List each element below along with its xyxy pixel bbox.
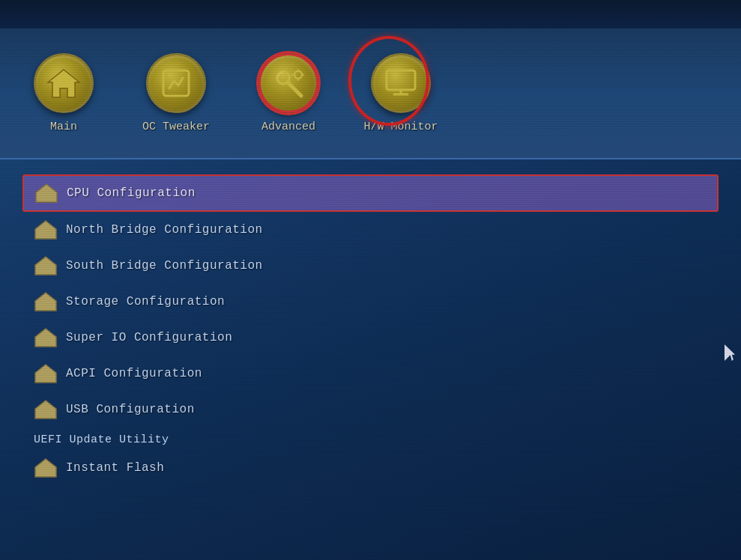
svg-marker-16: [35, 329, 56, 347]
arrow-icon-storage: [34, 292, 57, 311]
menu-item-storage[interactable]: Storage Configuration: [22, 284, 719, 320]
svg-marker-14: [35, 257, 56, 275]
menu-label-acpi: ACPI Configuration: [66, 367, 202, 380]
menu-item-acpi[interactable]: ACPI Configuration: [22, 356, 719, 392]
menu-list: CPU Configuration North Bridge Configura…: [22, 174, 719, 486]
menu-item-instant-flash[interactable]: Instant Flash: [22, 450, 719, 486]
menu-label-super-io: Super IO Configuration: [66, 331, 232, 344]
arrow-icon-cpu-config: [35, 183, 58, 203]
nav-tab-label-oc-tweaker: OC Tweaker: [142, 121, 210, 133]
svg-marker-17: [35, 365, 56, 383]
content-area: CPU Configuration North Bridge Configura…: [0, 159, 741, 560]
nav-tab-oc-tweaker[interactable]: OC Tweaker: [135, 53, 217, 133]
arrow-icon-super-io: [34, 328, 57, 347]
header-bar: [0, 0, 741, 28]
nav-tab-label-main: Main: [50, 121, 77, 133]
nav-tabs-area: Main OC Tweaker Advanced H/W Monitor: [0, 28, 741, 159]
nav-tab-label-hw-monitor: H/W Monitor: [363, 121, 438, 133]
nav-tab-icon-oc-tweaker: [146, 53, 206, 113]
menu-label-south-bridge: South Bridge Configuration: [66, 259, 263, 273]
svg-rect-9: [387, 70, 415, 90]
svg-line-3: [288, 82, 301, 96]
menu-label-instant-flash: Instant Flash: [66, 461, 164, 475]
menu-item-cpu-config[interactable]: CPU Configuration: [22, 174, 719, 212]
nav-tab-icon-advanced: [258, 53, 318, 113]
svg-marker-13: [35, 221, 56, 239]
arrow-icon-acpi: [34, 364, 57, 383]
svg-marker-18: [35, 401, 56, 419]
nav-tab-main[interactable]: Main: [22, 53, 105, 133]
nav-tab-hw-monitor[interactable]: H/W Monitor: [360, 53, 442, 133]
arrow-icon-south-bridge: [34, 256, 57, 276]
menu-label-storage: Storage Configuration: [66, 295, 225, 308]
nav-tab-label-advanced: Advanced: [261, 121, 315, 133]
menu-label-cpu-config: CPU Configuration: [67, 186, 196, 200]
svg-marker-0: [48, 70, 79, 97]
svg-marker-12: [36, 184, 57, 202]
svg-point-4: [294, 71, 302, 79]
menu-item-north-bridge[interactable]: North Bridge Configuration: [22, 212, 719, 248]
svg-marker-15: [35, 293, 56, 311]
arrow-icon-instant-flash: [34, 458, 57, 478]
nav-tab-icon-main: [34, 53, 94, 113]
svg-marker-19: [35, 459, 56, 477]
menu-label-north-bridge: North Bridge Configuration: [66, 223, 263, 237]
menu-item-south-bridge[interactable]: South Bridge Configuration: [22, 248, 719, 284]
menu-item-super-io[interactable]: Super IO Configuration: [22, 320, 719, 356]
menu-label-usb: USB Configuration: [66, 403, 195, 416]
menu-item-usb[interactable]: USB Configuration: [22, 392, 719, 427]
nav-tab-icon-hw-monitor: [371, 53, 431, 113]
arrow-icon-usb: [34, 400, 57, 419]
nav-tab-advanced[interactable]: Advanced: [247, 53, 330, 133]
uefi-section-title: UEFI Update Utility: [22, 427, 719, 450]
arrow-icon-north-bridge: [34, 220, 57, 240]
